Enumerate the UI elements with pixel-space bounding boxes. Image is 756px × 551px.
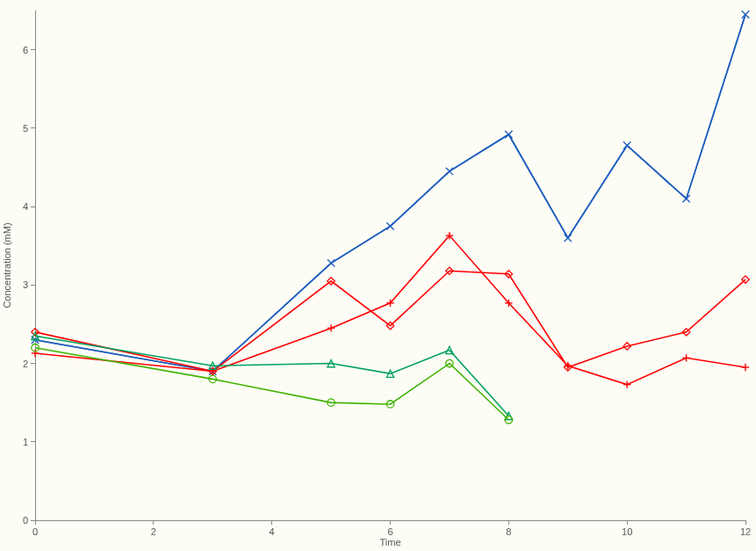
y-tick-label: 4	[23, 201, 28, 212]
y-tick-label: 6	[23, 45, 28, 55]
y-tick-label: 5	[23, 123, 28, 134]
x-tick-label: 4	[270, 526, 275, 537]
svg-rect-0	[0, 0, 756, 551]
y-tick-label: 3	[23, 279, 28, 290]
line-chart: 0246810120123456TimeConcentration (mM)	[0, 0, 756, 551]
x-tick-label: 6	[387, 526, 392, 537]
chart-container: 0246810120123456TimeConcentration (mM)	[0, 0, 756, 551]
y-tick-label: 2	[23, 359, 28, 369]
x-tick-label: 0	[32, 526, 38, 537]
y-tick-label: 1	[23, 437, 28, 447]
x-tick-label: 8	[506, 526, 511, 537]
x-axis-label: Time	[379, 537, 400, 547]
x-tick-label: 2	[151, 526, 156, 537]
x-tick-label: 10	[622, 526, 632, 537]
y-tick-label: 0	[23, 515, 28, 526]
y-axis-label: Concentration (mM)	[2, 222, 12, 308]
x-tick-label: 12	[740, 526, 751, 537]
